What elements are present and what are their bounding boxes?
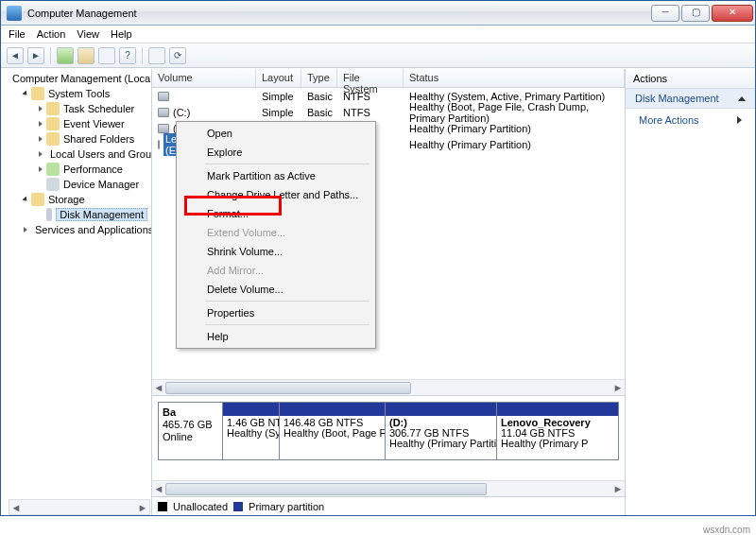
disk-map: Ba 465.76 GB Online 1.46 GB NTFSHealthy … [152, 395, 625, 480]
partition[interactable]: (D:)306.77 GB NTFSHealthy (Primary Parti… [386, 403, 497, 459]
minimize-button[interactable]: ─ [651, 5, 679, 22]
ctx-open[interactable]: Open [179, 124, 373, 143]
toolbar-icon[interactable] [57, 47, 74, 64]
actions-more[interactable]: More Actions [626, 109, 755, 131]
menu-help[interactable]: Help [111, 28, 132, 40]
disk-row[interactable]: Ba 465.76 GB Online 1.46 GB NTFSHealthy … [158, 402, 619, 460]
actions-group[interactable]: Disk Management [626, 89, 755, 109]
col-type[interactable]: Type [301, 69, 337, 87]
maximize-button[interactable]: ▢ [681, 5, 710, 22]
tree-task-scheduler[interactable]: Task Scheduler [1, 101, 151, 116]
tree-root[interactable]: Computer Management (Local [1, 71, 151, 86]
tree-pane[interactable]: Computer Management (Local System Tools … [1, 69, 152, 515]
diskmap-scrollbar[interactable]: ◄ ► [152, 480, 625, 496]
tree-systools[interactable]: System Tools [1, 86, 151, 101]
window-title: Computer Management [27, 8, 651, 19]
toolbar-icon[interactable] [98, 47, 115, 64]
disk-header[interactable]: Ba 465.76 GB Online [159, 403, 223, 459]
menubar: File Action View Help [1, 26, 755, 43]
ctx-shrink[interactable]: Shrink Volume... [179, 242, 373, 261]
toolbar: ◄ ► ? ⟳ [1, 43, 755, 68]
volume-list-header[interactable]: Volume Layout Type File System Status [152, 69, 625, 88]
close-button[interactable]: ✕ [712, 5, 753, 22]
toolbar-icon[interactable] [148, 47, 165, 64]
actions-pane: Actions Disk Management More Actions [625, 69, 755, 515]
ctx-extend: Extend Volume... [179, 223, 373, 242]
context-menu: Open Explore Mark Partition as Active Ch… [176, 121, 376, 349]
legend: Unallocated Primary partition [152, 496, 625, 515]
menu-view[interactable]: View [77, 28, 99, 40]
ctx-change-drive-letter[interactable]: Change Drive Letter and Paths... [179, 185, 373, 204]
ctx-add-mirror: Add Mirror... [179, 261, 373, 280]
col-layout[interactable]: Layout [256, 69, 301, 87]
tree-local-users[interactable]: Local Users and Groups [1, 147, 151, 162]
toolbar-icon[interactable]: ⟳ [169, 47, 186, 64]
menu-action[interactable]: Action [37, 28, 66, 40]
ctx-mark-active[interactable]: Mark Partition as Active [179, 166, 373, 185]
window: Computer Management ─ ▢ ✕ File Action Vi… [0, 0, 756, 516]
chevron-right-icon [737, 116, 742, 124]
drive-icon [158, 124, 169, 133]
forward-button[interactable]: ► [27, 47, 44, 64]
drive-icon [158, 140, 160, 149]
drive-icon [158, 108, 169, 117]
drive-icon [158, 92, 169, 101]
tree-device-manager[interactable]: Device Manager [1, 177, 151, 192]
ctx-delete[interactable]: Delete Volume... [179, 280, 373, 299]
ctx-help[interactable]: Help [179, 327, 373, 346]
col-status[interactable]: Status [404, 69, 625, 87]
partition[interactable]: 1.46 GB NTFSHealthy (Syst [223, 403, 280, 459]
tree-event-viewer[interactable]: Event Viewer [1, 116, 151, 131]
volume-row[interactable]: (C:) SimpleBasic NTFSHealthy (Boot, Page… [152, 104, 625, 120]
tree-scrollbar[interactable]: ◄ ► [9, 499, 150, 515]
horizontal-scrollbar[interactable]: ◄ ► [152, 379, 625, 395]
partition[interactable]: Lenovo_Recovery11.04 GB NTFSHealthy (Pri… [497, 403, 618, 459]
partition[interactable]: 146.48 GB NTFSHealthy (Boot, Page File [280, 403, 386, 459]
watermark: wsxdn.com [703, 525, 750, 535]
ctx-properties[interactable]: Properties [179, 303, 373, 322]
tree-storage[interactable]: Storage [1, 192, 151, 207]
col-fs[interactable]: File System [337, 69, 404, 87]
toolbar-icon[interactable] [77, 47, 94, 64]
actions-header: Actions [626, 69, 755, 89]
ctx-format[interactable]: Format... [179, 204, 373, 223]
tree-performance[interactable]: Performance [1, 162, 151, 177]
menu-file[interactable]: File [9, 28, 26, 40]
toolbar-icon[interactable]: ? [119, 47, 136, 64]
ctx-explore[interactable]: Explore [179, 143, 373, 162]
titlebar[interactable]: Computer Management ─ ▢ ✕ [1, 1, 755, 26]
tree-disk-management[interactable]: Disk Management [1, 207, 151, 222]
tree-shared-folders[interactable]: Shared Folders [1, 131, 151, 147]
tree-services[interactable]: Services and Applications [1, 222, 151, 237]
collapse-icon [738, 96, 746, 101]
app-icon [7, 6, 22, 21]
col-volume[interactable]: Volume [152, 69, 256, 87]
back-button[interactable]: ◄ [7, 47, 24, 64]
